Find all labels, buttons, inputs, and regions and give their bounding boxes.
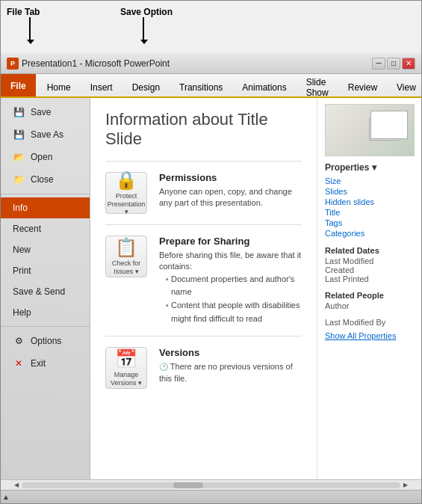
tab-file[interactable]: File <box>1 74 36 96</box>
restore-button[interactable]: □ <box>387 58 400 70</box>
close-icon: 📁 <box>13 173 25 185</box>
versions-label: ManageVersions ▾ <box>111 371 142 387</box>
status-bar: ▲ <box>1 490 421 503</box>
nav-print-label: Print <box>13 265 31 276</box>
prepare-heading: Prepare for Sharing <box>159 236 302 247</box>
app-window: File Tab Save Option P Presentation1 - M… <box>0 0 422 504</box>
show-all-properties-link[interactable]: Show All Properties <box>325 331 414 340</box>
check-icon: 📋 <box>115 237 137 258</box>
scroll-up-button[interactable]: ▲ <box>1 492 11 503</box>
nav-options[interactable]: ⚙ Options <box>1 330 90 352</box>
tab-review[interactable]: Review <box>338 77 387 96</box>
versions-icon: 📅 <box>115 348 137 369</box>
prepare-item-2: Content that people with disabilities mi… <box>171 299 302 325</box>
nav-info[interactable]: Info <box>1 197 90 218</box>
related-dates-title: Related Dates <box>325 246 414 255</box>
check-issues-button[interactable]: 📋 Check forIssues ▾ <box>105 236 147 277</box>
backstage-nav: 💾 Save 💾 Save As 📂 Open 📁 Close Info Rec… <box>1 98 90 479</box>
permissions-heading: Permissions <box>159 172 302 183</box>
title-bar: P Presentation1 - Microsoft PowerPoint ─… <box>1 53 421 74</box>
close-button[interactable]: ✕ <box>402 58 415 70</box>
nav-divider <box>1 194 90 194</box>
nav-divider2 <box>1 326 90 327</box>
scroll-left-button[interactable]: ◀ <box>11 480 22 491</box>
ppt-icon: P <box>7 58 19 70</box>
protect-presentation-button[interactable]: 🔒 ProtectPresentation ▾ <box>105 172 147 214</box>
save-icon: 💾 <box>13 106 25 118</box>
properties-panel: Properties ▾ Size Slides Hidden slides T… <box>317 98 421 479</box>
created-label: Created <box>325 265 414 274</box>
thumb-slide-mini <box>370 111 408 139</box>
ribbon-tab-bar: File Home Insert Design Transitions Anim… <box>1 74 421 96</box>
prepare-section: 📋 Check forIssues ▾ Prepare for Sharing … <box>105 224 302 336</box>
manage-versions-button[interactable]: 📅 ManageVersions ▾ <box>105 347 147 389</box>
nav-save-as-label: Save As <box>31 129 63 140</box>
permissions-content: Permissions Anyone can open, copy, and c… <box>159 172 302 209</box>
check-label: Check forIssues ▾ <box>112 259 141 276</box>
last-modified-by-label: Last Modified By <box>325 318 414 327</box>
versions-section: 📅 ManageVersions ▾ Versions 🕐 There are … <box>105 336 302 399</box>
exit-icon: ✕ <box>13 357 25 369</box>
nav-options-label: Options <box>31 336 61 346</box>
save-option-annotation: Save Option <box>120 7 173 17</box>
tab-view[interactable]: View <box>387 77 422 96</box>
scroll-right-button[interactable]: ▶ <box>400 480 411 491</box>
nav-help-label: Help <box>13 307 31 318</box>
tab-transitions[interactable]: Transitions <box>170 77 232 96</box>
related-people-section: Related People Author <box>325 291 414 310</box>
nav-close[interactable]: 📁 Close <box>1 168 90 191</box>
nav-open-label: Open <box>31 152 52 162</box>
prop-size[interactable]: Size <box>325 176 414 186</box>
permissions-section: 🔒 ProtectPresentation ▾ Permissions Anyo… <box>105 161 302 224</box>
related-dates-section: Related Dates Last Modified Created Last… <box>325 246 414 283</box>
versions-content: Versions 🕐 There are no previous version… <box>159 347 302 384</box>
prop-slides[interactable]: Slides <box>325 186 414 197</box>
nav-open[interactable]: 📂 Open <box>1 146 90 168</box>
prepare-list: Document properties and author's name Co… <box>171 273 302 325</box>
nav-new[interactable]: New <box>1 239 90 260</box>
window-title: Presentation1 - Microsoft PowerPoint <box>22 58 170 69</box>
open-icon: 📂 <box>13 151 25 163</box>
nav-save-as[interactable]: 💾 Save As <box>1 123 90 146</box>
nav-exit[interactable]: ✕ Exit <box>1 352 90 375</box>
nav-save-send[interactable]: Save & Send <box>1 281 90 302</box>
tab-insert[interactable]: Insert <box>81 77 122 96</box>
nav-help[interactable]: Help <box>1 302 90 323</box>
nav-info-label: Info <box>13 203 28 213</box>
main-area: 💾 Save 💾 Save As 📂 Open 📁 Close Info Rec… <box>1 98 421 479</box>
scrollbar-track <box>22 482 400 488</box>
info-main: Information about Title Slide 🔒 ProtectP… <box>90 98 317 479</box>
tab-design[interactable]: Design <box>122 77 170 96</box>
nav-new-label: New <box>13 245 31 255</box>
versions-heading: Versions <box>159 347 302 358</box>
tab-animations[interactable]: Animations <box>232 77 296 96</box>
options-icon: ⚙ <box>13 335 25 347</box>
versions-icon-inline: 🕐 <box>159 363 168 371</box>
scrollbar-thumb[interactable] <box>173 482 203 488</box>
nav-print[interactable]: Print <box>1 260 90 281</box>
content-area: Information about Title Slide 🔒 ProtectP… <box>90 98 421 479</box>
versions-text: 🕐 There are no previous versions of this… <box>159 361 302 384</box>
save-option-arrow <box>143 17 144 40</box>
file-tab-arrow <box>29 17 31 40</box>
prop-categories[interactable]: Categories <box>325 228 414 239</box>
lock-icon: 🔒 <box>115 170 137 191</box>
last-modified-label: Last Modified <box>325 256 414 265</box>
tab-slideshow[interactable]: Slide Show <box>297 77 338 96</box>
nav-recent[interactable]: Recent <box>1 218 90 239</box>
prop-tags[interactable]: Tags <box>325 218 414 228</box>
file-tab-annotation: File Tab <box>7 7 40 17</box>
nav-exit-label: Exit <box>31 358 46 369</box>
annotation-area: File Tab Save Option <box>1 1 421 53</box>
nav-save[interactable]: 💾 Save <box>1 101 90 123</box>
author-label: Author <box>325 301 414 310</box>
scrollbar-area: ◀ ▶ <box>1 479 421 490</box>
properties-section-title[interactable]: Properties ▾ <box>325 162 414 173</box>
tab-home[interactable]: Home <box>37 77 81 96</box>
permissions-text: Anyone can open, copy, and change any pa… <box>159 186 302 209</box>
info-title: Information about Title Slide <box>105 110 302 149</box>
prop-hidden-slides[interactable]: Hidden slides <box>325 197 414 207</box>
prop-title[interactable]: Title <box>325 207 414 218</box>
nav-close-label: Close <box>31 174 54 185</box>
minimize-button[interactable]: ─ <box>372 58 385 70</box>
